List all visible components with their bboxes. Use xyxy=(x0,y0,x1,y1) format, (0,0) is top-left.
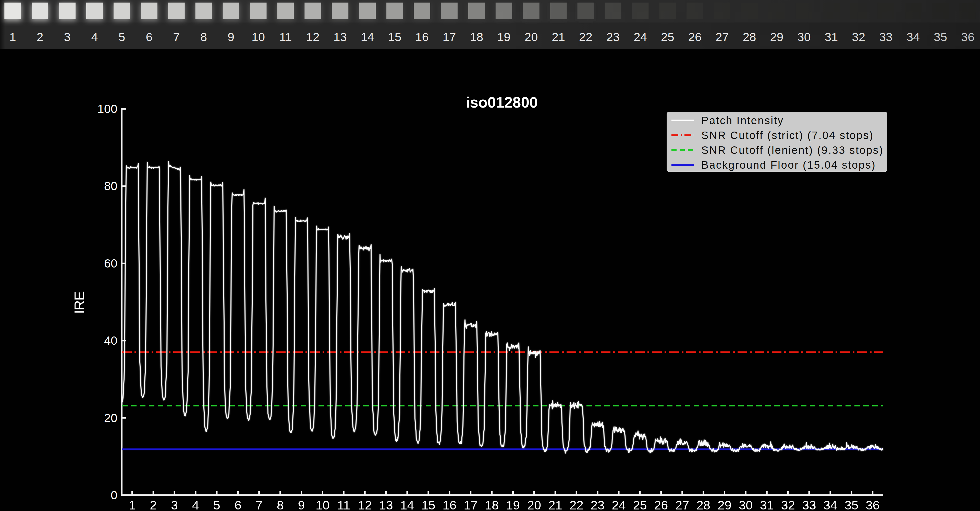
svg-text:33: 33 xyxy=(802,498,816,511)
svg-text:8: 8 xyxy=(200,30,207,44)
svg-text:27: 27 xyxy=(715,30,729,44)
svg-text:7: 7 xyxy=(256,498,262,511)
svg-text:12: 12 xyxy=(306,30,320,44)
svg-text:10: 10 xyxy=(251,30,265,44)
svg-text:23: 23 xyxy=(590,498,605,511)
svg-text:16: 16 xyxy=(415,30,428,44)
svg-text:20: 20 xyxy=(527,498,541,511)
svg-text:10: 10 xyxy=(316,498,330,511)
svg-text:29: 29 xyxy=(770,30,783,44)
svg-text:5: 5 xyxy=(213,498,220,511)
svg-text:17: 17 xyxy=(442,30,456,44)
svg-text:60: 60 xyxy=(104,257,118,270)
svg-text:31: 31 xyxy=(824,30,838,44)
svg-text:14: 14 xyxy=(361,30,374,44)
svg-text:35: 35 xyxy=(845,498,859,511)
svg-text:1: 1 xyxy=(129,498,135,511)
svg-text:22: 22 xyxy=(579,30,592,44)
svg-text:SNR Cutoff (strict) (7.04 stop: SNR Cutoff (strict) (7.04 stops) xyxy=(701,129,874,141)
svg-text:1: 1 xyxy=(10,30,16,44)
svg-text:2: 2 xyxy=(150,498,157,511)
svg-text:22: 22 xyxy=(570,498,584,511)
svg-text:33: 33 xyxy=(879,30,892,44)
svg-text:34: 34 xyxy=(823,498,837,511)
svg-text:35: 35 xyxy=(934,30,947,44)
svg-text:24: 24 xyxy=(634,30,647,44)
svg-text:18: 18 xyxy=(470,30,483,44)
svg-text:32: 32 xyxy=(852,30,865,44)
svg-text:34: 34 xyxy=(907,30,920,44)
svg-text:30: 30 xyxy=(797,30,811,44)
svg-text:27: 27 xyxy=(675,498,689,511)
svg-text:13: 13 xyxy=(379,498,393,511)
svg-text:19: 19 xyxy=(497,30,511,44)
svg-text:100: 100 xyxy=(97,102,118,115)
svg-text:3: 3 xyxy=(171,498,178,511)
svg-text:26: 26 xyxy=(688,30,702,44)
svg-text:25: 25 xyxy=(633,498,647,511)
svg-text:11: 11 xyxy=(280,30,292,44)
svg-text:2: 2 xyxy=(37,30,43,44)
svg-text:6: 6 xyxy=(234,498,242,511)
svg-text:20: 20 xyxy=(104,411,118,425)
svg-text:iso012800: iso012800 xyxy=(466,94,538,111)
svg-text:5: 5 xyxy=(118,30,125,44)
svg-text:11: 11 xyxy=(337,498,350,511)
svg-text:30: 30 xyxy=(739,498,753,511)
svg-text:4: 4 xyxy=(91,30,98,44)
svg-text:20: 20 xyxy=(525,30,538,44)
svg-text:14: 14 xyxy=(400,498,414,511)
svg-text:0: 0 xyxy=(111,488,118,502)
svg-text:15: 15 xyxy=(388,30,401,44)
svg-text:36: 36 xyxy=(961,30,974,44)
svg-text:18: 18 xyxy=(485,498,499,511)
svg-text:12: 12 xyxy=(358,498,372,511)
svg-text:80: 80 xyxy=(104,179,118,193)
svg-text:Background Floor (15.04 stops): Background Floor (15.04 stops) xyxy=(701,159,876,171)
svg-text:19: 19 xyxy=(506,498,520,511)
svg-text:3: 3 xyxy=(64,30,70,44)
svg-text:13: 13 xyxy=(334,30,347,44)
svg-text:24: 24 xyxy=(612,498,626,511)
svg-text:40: 40 xyxy=(104,334,118,347)
svg-text:6: 6 xyxy=(146,30,152,44)
svg-text:Patch Intensity: Patch Intensity xyxy=(701,115,784,126)
svg-text:25: 25 xyxy=(661,30,674,44)
svg-text:28: 28 xyxy=(743,30,756,44)
svg-text:31: 31 xyxy=(760,498,774,511)
svg-text:SNR Cutoff (lenient) (9.33 sto: SNR Cutoff (lenient) (9.33 stops) xyxy=(701,144,883,156)
svg-text:7: 7 xyxy=(173,30,180,44)
svg-text:23: 23 xyxy=(606,30,620,44)
svg-text:21: 21 xyxy=(552,30,565,44)
svg-text:16: 16 xyxy=(442,498,457,511)
svg-text:IRE: IRE xyxy=(71,292,87,314)
svg-text:32: 32 xyxy=(781,498,795,511)
svg-text:26: 26 xyxy=(654,498,668,511)
svg-text:28: 28 xyxy=(697,498,711,511)
svg-text:29: 29 xyxy=(718,498,732,511)
svg-text:9: 9 xyxy=(228,30,234,44)
svg-text:36: 36 xyxy=(865,498,880,511)
svg-text:21: 21 xyxy=(549,498,563,511)
svg-text:9: 9 xyxy=(298,498,305,511)
svg-text:8: 8 xyxy=(277,498,283,511)
svg-text:4: 4 xyxy=(192,498,199,511)
svg-text:15: 15 xyxy=(422,498,435,511)
svg-text:17: 17 xyxy=(464,498,478,511)
